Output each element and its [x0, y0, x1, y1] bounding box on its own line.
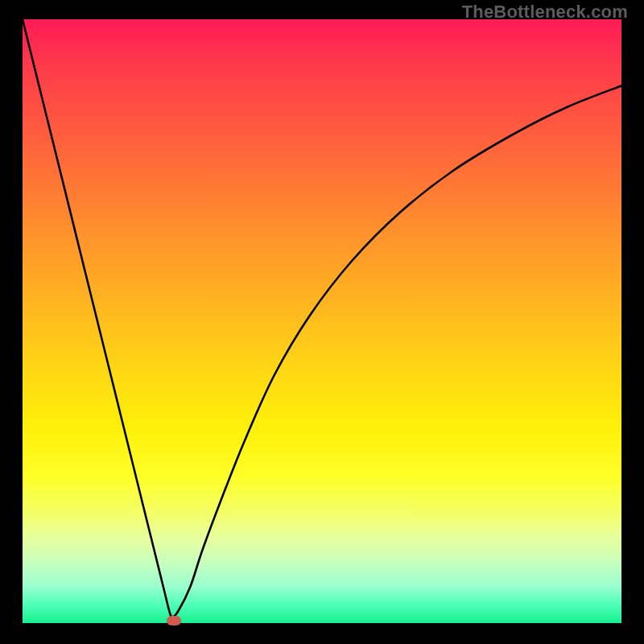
value-marker	[167, 616, 181, 625]
watermark-text: TheBottleneck.com	[462, 2, 628, 23]
bottleneck-curve	[23, 19, 621, 623]
chart-frame: TheBottleneck.com	[0, 0, 644, 644]
plot-area	[23, 19, 621, 623]
